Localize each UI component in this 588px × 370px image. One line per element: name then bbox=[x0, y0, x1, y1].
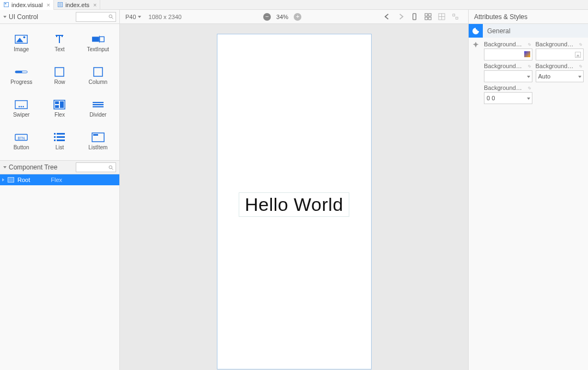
svg-rect-47 bbox=[456, 17, 458, 19]
tab-index-visual[interactable]: index.visual × bbox=[0, 0, 54, 10]
undo-button[interactable] bbox=[383, 13, 391, 21]
svg-rect-14 bbox=[94, 68, 102, 76]
listitem-icon bbox=[92, 132, 105, 142]
control-text[interactable]: Text bbox=[40, 28, 78, 58]
row-icon bbox=[54, 66, 65, 77]
control-row[interactable]: Row bbox=[40, 61, 78, 90]
attr-label: BackgroundI... bbox=[536, 41, 574, 47]
svg-rect-8 bbox=[92, 37, 99, 41]
control-progress[interactable]: Progress bbox=[2, 61, 40, 90]
background-image-position-input[interactable]: 0 0 bbox=[484, 92, 532, 104]
button-icon: BTN bbox=[15, 133, 28, 142]
canvas-viewport[interactable]: Hello World bbox=[120, 24, 468, 370]
svg-rect-46 bbox=[453, 14, 455, 16]
svg-rect-39 bbox=[425, 14, 428, 16]
pin-icon[interactable] bbox=[472, 41, 480, 48]
ui-control-header: UI Control bbox=[0, 10, 119, 24]
control-search-input[interactable] bbox=[76, 12, 116, 22]
svg-rect-12 bbox=[15, 71, 22, 73]
link-icon[interactable] bbox=[526, 85, 532, 91]
device-frame[interactable]: Hello World bbox=[217, 34, 372, 369]
progress-icon bbox=[15, 70, 28, 74]
settings-button[interactable] bbox=[451, 13, 459, 21]
section-title[interactable]: General bbox=[483, 24, 588, 38]
close-icon[interactable]: × bbox=[93, 2, 96, 8]
svg-rect-15 bbox=[15, 100, 27, 108]
component-tree-header: Component Tree bbox=[0, 160, 119, 174]
attr-label: BackgroundI... bbox=[484, 84, 522, 91]
color-swatch bbox=[524, 51, 530, 57]
canvas-toolbar: P40 1080 x 2340 − 34% + bbox=[120, 10, 468, 24]
section-general-icon[interactable] bbox=[469, 24, 483, 38]
svg-line-37 bbox=[112, 168, 113, 169]
tree-node-label: Root bbox=[17, 177, 30, 183]
tree-node-root[interactable]: Root Flex bbox=[0, 174, 119, 185]
svg-rect-42 bbox=[428, 17, 431, 20]
svg-rect-22 bbox=[55, 105, 59, 108]
svg-rect-32 bbox=[54, 139, 56, 141]
background-image-size-input[interactable] bbox=[484, 70, 532, 82]
link-icon[interactable] bbox=[526, 63, 532, 69]
list-icon bbox=[53, 132, 65, 142]
control-swiper[interactable]: Swiper bbox=[2, 94, 40, 123]
collapse-icon[interactable] bbox=[3, 16, 7, 18]
attr-label: BackgroundI... bbox=[536, 63, 574, 69]
background-image-input[interactable] bbox=[536, 48, 584, 60]
close-icon[interactable]: × bbox=[46, 2, 50, 8]
background-color-input[interactable] bbox=[484, 48, 532, 60]
svg-rect-9 bbox=[100, 37, 104, 41]
svg-point-7 bbox=[23, 36, 26, 38]
tab-index-ets[interactable]: index.ets × bbox=[54, 0, 100, 10]
chevron-down-icon bbox=[527, 76, 530, 78]
control-listitem[interactable]: ListItem bbox=[79, 126, 117, 156]
control-button[interactable]: BTN Button bbox=[2, 126, 40, 156]
right-panel: Attributes & Styles General BackgroundC.… bbox=[468, 10, 588, 370]
preview-text: Hello World bbox=[245, 194, 343, 215]
attr-label: BackgroundI... bbox=[484, 63, 522, 69]
column-icon bbox=[93, 66, 104, 77]
collapse-icon[interactable] bbox=[3, 166, 7, 168]
file-icon bbox=[3, 2, 9, 8]
zoom-in-button[interactable]: + bbox=[294, 13, 301, 21]
device-selector[interactable]: P40 bbox=[125, 14, 141, 20]
svg-rect-41 bbox=[425, 17, 428, 20]
text-icon bbox=[54, 34, 65, 45]
control-textinput[interactable]: TextInput bbox=[79, 28, 117, 58]
link-icon[interactable] bbox=[578, 41, 584, 47]
tree-search-input[interactable] bbox=[76, 162, 116, 172]
zoom-level: 34% bbox=[276, 14, 288, 20]
control-image[interactable]: Image bbox=[2, 28, 40, 58]
control-flex[interactable]: Flex bbox=[40, 94, 78, 123]
tree-node-type: Flex bbox=[51, 177, 62, 183]
redo-button[interactable] bbox=[397, 13, 405, 21]
tab-label: index.visual bbox=[11, 2, 43, 8]
link-icon[interactable] bbox=[578, 63, 584, 69]
svg-rect-35 bbox=[93, 134, 98, 136]
control-column[interactable]: Column bbox=[79, 61, 117, 90]
svg-rect-30 bbox=[54, 136, 56, 138]
preview-text-element[interactable]: Hello World bbox=[239, 192, 349, 217]
svg-rect-1 bbox=[5, 3, 7, 4]
left-panel: UI Control Image Text TextInpu bbox=[0, 10, 120, 370]
control-list[interactable]: List bbox=[40, 126, 78, 156]
attr-label: BackgroundC... bbox=[484, 41, 522, 47]
control-divider[interactable]: Divider bbox=[79, 94, 117, 123]
layout-button[interactable] bbox=[424, 13, 432, 21]
attributes-header: Attributes & Styles bbox=[469, 10, 588, 24]
zoom-out-button[interactable]: − bbox=[263, 13, 271, 21]
image-picker-icon bbox=[574, 51, 581, 58]
search-icon bbox=[108, 165, 114, 171]
component-tree-title: Component Tree bbox=[9, 163, 57, 171]
svg-marker-49 bbox=[576, 54, 580, 57]
orientation-button[interactable] bbox=[410, 13, 419, 21]
file-icon bbox=[57, 2, 63, 8]
svg-rect-0 bbox=[4, 2, 8, 7]
expand-arrow-icon[interactable] bbox=[2, 178, 4, 181]
svg-rect-33 bbox=[57, 139, 65, 141]
link-icon[interactable] bbox=[526, 41, 532, 47]
svg-rect-20 bbox=[55, 101, 59, 104]
svg-rect-31 bbox=[57, 136, 65, 138]
tab-label: index.ets bbox=[65, 2, 89, 8]
grid-button[interactable] bbox=[438, 13, 446, 21]
background-image-repeat-input[interactable]: Auto bbox=[536, 70, 584, 82]
